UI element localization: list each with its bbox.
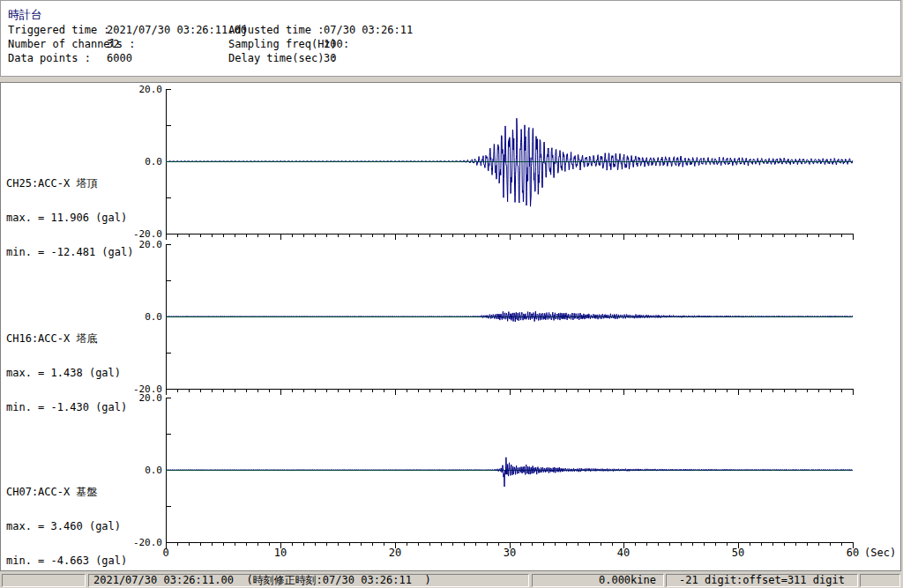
data-points-label: Data points : bbox=[8, 52, 91, 64]
channel-max-value: max. = 1.438 (gal) bbox=[6, 368, 160, 379]
y-axis-label-top-chart2: 20.0 bbox=[120, 239, 162, 250]
status-digit-offset-value: -21 digit:offset=311 digit bbox=[666, 574, 858, 587]
channel-info-ch25: CH25:ACC-X 塔頂 max. = 11.906 (gal) min. =… bbox=[6, 155, 160, 270]
y-axis-label-zero-chart1: 0.0 bbox=[120, 156, 162, 167]
y-axis-label-zero-chart2: 0.0 bbox=[120, 311, 162, 323]
triggered-time-label: Triggered time : bbox=[8, 24, 110, 36]
status-section-empty-right bbox=[860, 574, 900, 587]
channel-name: CH16:ACC-X 塔底 bbox=[6, 333, 160, 345]
channel-name: CH07:ACC-X 基盤 bbox=[6, 487, 160, 498]
y-axis-label-top-chart3: 20.0 bbox=[120, 392, 162, 404]
channel-info-ch07: CH07:ACC-X 基盤 max. = 3.460 (gal) min. = … bbox=[6, 464, 160, 578]
channel-min-value: min. = -4.663 (gal) bbox=[6, 555, 160, 567]
num-channels-value: 32 bbox=[107, 38, 119, 50]
x-axis-tick-30: 30 bbox=[492, 547, 527, 559]
adjusted-time-value: 07/30 03:26:11 bbox=[324, 24, 413, 36]
y-axis-label-zero-chart3: 0.0 bbox=[120, 465, 162, 476]
x-axis-tick-40: 40 bbox=[606, 547, 641, 559]
channel-info-ch16: CH16:ACC-X 塔底 max. = 1.438 (gal) min. = … bbox=[6, 310, 160, 425]
x-axis-tick-50: 50 bbox=[720, 547, 756, 559]
y-axis-label-top-chart1: 20.0 bbox=[120, 84, 162, 95]
status-time-text: 2021/07/30 03:26:11.00 (時刻修正時刻:07/30 03:… bbox=[88, 574, 529, 587]
adjusted-time-label: Adjusted time : bbox=[228, 24, 324, 36]
header-panel: 時計台 Triggered time : 2021/07/30 03:26:11… bbox=[0, 0, 901, 77]
delay-time-value: 30 bbox=[324, 52, 336, 64]
x-axis-unit-label: (Sec) bbox=[864, 547, 896, 559]
delay-time-label: Delay time(sec) : bbox=[228, 52, 337, 64]
channel-max-value: max. = 11.906 (gal) bbox=[6, 212, 160, 224]
triggered-time-value: 2021/07/30 03:26:11.00 bbox=[107, 24, 247, 36]
x-axis-tick-10: 10 bbox=[263, 547, 298, 559]
sampling-freq-value: 100 bbox=[324, 38, 343, 50]
app-title: 時計台 bbox=[8, 7, 42, 23]
data-points-value: 6000 bbox=[107, 52, 132, 64]
status-kine-value: 0.000kine bbox=[532, 574, 664, 587]
x-axis-tick-0: 0 bbox=[148, 547, 183, 559]
status-section-empty-left bbox=[2, 574, 86, 587]
x-axis-tick-20: 20 bbox=[377, 547, 413, 559]
channel-name: CH25:ACC-X 塔頂 bbox=[6, 178, 160, 190]
status-bar: 2021/07/30 03:26:11.00 (時刻修正時刻:07/30 03:… bbox=[0, 573, 903, 588]
channel-max-value: max. = 3.460 (gal) bbox=[6, 521, 160, 532]
